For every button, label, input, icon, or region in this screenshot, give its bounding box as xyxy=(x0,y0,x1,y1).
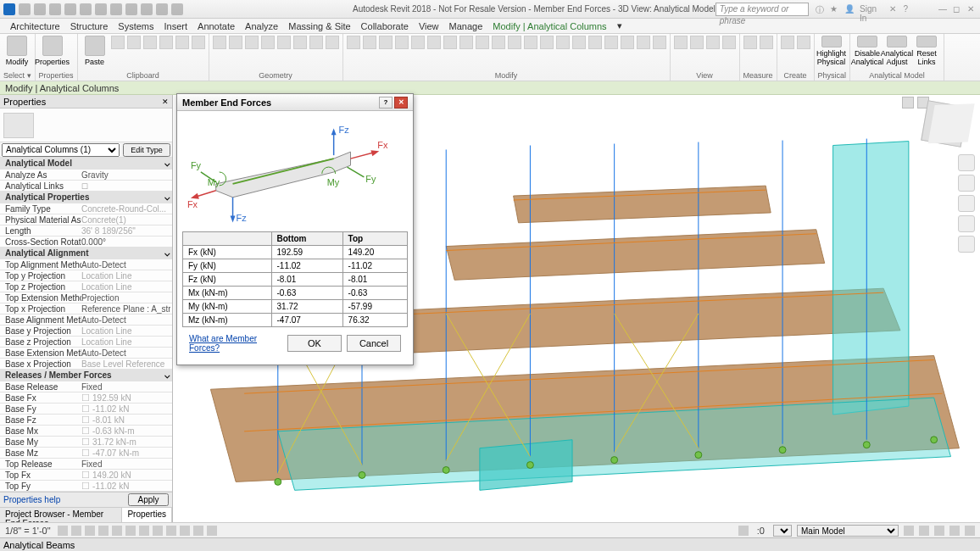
star-icon[interactable]: ★ xyxy=(830,4,839,14)
prop-row[interactable]: Base ReleaseFixed xyxy=(0,381,172,392)
prop-row[interactable]: Top x ProjectionReference Plane : A_str xyxy=(0,303,172,314)
ribbon-tool-icon[interactable] xyxy=(111,36,125,49)
ribbon-tool-icon[interactable] xyxy=(588,36,602,49)
prop-row[interactable]: Family TypeConcrete-Round-Col... xyxy=(0,203,172,214)
revit-logo-icon[interactable] xyxy=(3,3,15,15)
ribbon-tool-icon[interactable] xyxy=(213,36,226,49)
prop-row[interactable]: Top Fx☐ 149.20 kN xyxy=(0,470,172,481)
prop-row[interactable]: Physical Material AssetConcrete(1) xyxy=(0,214,172,225)
help-search-input[interactable]: Type a keyword or phrase xyxy=(716,3,809,16)
window-minimize[interactable]: — xyxy=(938,4,948,14)
ribbon-tool-icon[interactable] xyxy=(192,36,205,49)
ribbon-tool-icon[interactable] xyxy=(722,36,736,49)
prop-value[interactable]: Concrete(1) xyxy=(81,215,170,225)
ribbon-tool-icon[interactable] xyxy=(347,36,360,49)
prop-value[interactable]: Location Line xyxy=(81,337,170,347)
exchange-icon[interactable]: ✕ xyxy=(889,4,899,14)
ribbon-tool-icon[interactable] xyxy=(690,36,704,49)
vc-shadow-icon[interactable] xyxy=(98,526,109,536)
prop-row[interactable]: Top Alignment MethodAuto-Detect xyxy=(0,259,172,270)
prop-section-header[interactable]: Releases / Member Forces⌵ xyxy=(0,370,172,381)
vc-crop2-icon[interactable] xyxy=(139,526,149,536)
tab-annotate[interactable]: Annotate xyxy=(198,21,235,31)
tab-project-browser[interactable]: Project Browser - Member End Forces xyxy=(0,508,122,522)
sb-select-icon[interactable] xyxy=(738,526,749,536)
dialog-help-button[interactable]: ? xyxy=(379,97,393,109)
dialog-close-button[interactable]: ✕ xyxy=(394,97,408,109)
prop-row[interactable]: Top Extension MethodProjection xyxy=(0,292,172,303)
qat-sync-icon[interactable] xyxy=(95,3,107,15)
dialog-titlebar[interactable]: Member End Forces ? ✕ xyxy=(177,94,413,111)
window-maximize[interactable]: ◻ xyxy=(953,4,962,14)
vc-detail-icon[interactable] xyxy=(58,526,68,536)
tab-view[interactable]: View xyxy=(419,21,439,31)
member-forces-help-link[interactable]: What are Member Forces? xyxy=(189,334,279,353)
qat-tile-icon[interactable] xyxy=(171,3,183,15)
collapse-icon[interactable]: ⌵ xyxy=(164,158,170,169)
prop-value[interactable]: ☐ 149.20 kN xyxy=(81,470,170,481)
worksets-dropdown[interactable] xyxy=(773,525,792,537)
edit-type-button[interactable]: Edit Type xyxy=(123,143,170,157)
prop-section-header[interactable]: Analytical Alignment⌵ xyxy=(0,248,172,259)
prop-value[interactable]: ☐ 31.72 kN-m xyxy=(81,437,170,448)
prop-value[interactable]: ☐ -8.01 kN xyxy=(81,415,170,426)
qat-print-icon[interactable] xyxy=(80,3,92,15)
qat-open-icon[interactable] xyxy=(19,3,31,15)
ribbon-tool-icon[interactable] xyxy=(524,36,537,49)
ribbon-tool-icon[interactable] xyxy=(604,36,618,49)
vc-reveal-icon[interactable] xyxy=(166,526,176,536)
signin-label[interactable]: Sign In xyxy=(860,4,884,14)
prop-row[interactable]: Base x ProjectionBase Level Reference xyxy=(0,359,172,370)
tab-manage[interactable]: Manage xyxy=(449,21,483,31)
force-cell[interactable]: -8.01 xyxy=(271,273,342,287)
tab-dropdown-icon[interactable]: ▾ xyxy=(617,20,622,31)
force-cell[interactable]: -0.63 xyxy=(342,287,407,300)
force-cell[interactable]: -11.02 xyxy=(271,259,342,273)
prop-row[interactable]: Top z ProjectionLocation Line xyxy=(0,281,172,292)
tab-massing[interactable]: Massing & Site xyxy=(288,21,350,31)
vc-style-icon[interactable] xyxy=(71,526,81,536)
qat-switch-icon[interactable] xyxy=(141,3,153,15)
view-scale[interactable]: 1/8" = 1'-0" xyxy=(5,526,51,536)
force-cell[interactable]: -57.99 xyxy=(342,300,407,314)
prop-row[interactable]: Top ReleaseFixed xyxy=(0,459,172,470)
ribbon-tool-icon[interactable] xyxy=(508,36,521,49)
vc-sun-icon[interactable] xyxy=(85,526,95,536)
prop-value[interactable]: Concrete-Round-Col... xyxy=(81,204,170,214)
sb-face-icon[interactable] xyxy=(949,526,960,536)
prop-row[interactable]: Base Fx☐ 192.59 kN xyxy=(0,392,172,404)
ribbon-tool-icon[interactable] xyxy=(245,36,259,49)
nav-zoom-icon[interactable] xyxy=(958,195,975,212)
vc-analyt-icon[interactable] xyxy=(193,526,203,536)
ribbon-tool-icon[interactable] xyxy=(459,36,473,49)
prop-row[interactable]: Base Extension MethodAuto-Detect xyxy=(0,348,172,359)
highlight-physical-icon[interactable]: Highlight Physical xyxy=(818,36,845,66)
qat-measure-icon[interactable] xyxy=(110,3,122,15)
sb-filter-icon[interactable] xyxy=(965,526,975,536)
prop-value[interactable]: Projection xyxy=(81,293,170,303)
ribbon-tool-icon[interactable] xyxy=(175,36,189,49)
force-cell[interactable]: -0.63 xyxy=(271,287,342,300)
infocenter-icon[interactable]: ⓘ xyxy=(816,4,825,14)
ribbon-tool-icon[interactable] xyxy=(781,36,794,49)
ribbon-tool-icon[interactable] xyxy=(395,36,409,49)
force-cell[interactable]: -47.07 xyxy=(271,314,342,327)
prop-value[interactable]: ☐ -47.07 kN-m xyxy=(81,448,170,459)
ribbon-tool-icon[interactable] xyxy=(621,36,634,49)
prop-value[interactable]: ☐ -0.63 kN-m xyxy=(81,426,170,437)
prop-value[interactable]: Auto-Detect xyxy=(81,260,170,270)
properties-close-icon[interactable]: ✕ xyxy=(162,97,169,106)
nav-wheel-icon[interactable] xyxy=(958,154,975,171)
ribbon-tool-icon[interactable] xyxy=(326,36,339,49)
ok-button[interactable]: OK xyxy=(287,335,342,352)
nav-pan-icon[interactable] xyxy=(958,175,975,192)
ribbon-tool-icon[interactable] xyxy=(143,36,157,49)
force-cell[interactable]: 31.72 xyxy=(271,300,342,314)
ribbon-tool-icon[interactable] xyxy=(540,36,554,49)
help-icon[interactable]: ? xyxy=(904,4,913,14)
prop-value[interactable]: Location Line xyxy=(81,271,170,281)
force-cell[interactable]: 149.20 xyxy=(342,246,407,259)
prop-value[interactable]: Fixed xyxy=(81,459,170,469)
disable-analytical-icon[interactable]: Disable Analytical xyxy=(854,36,881,66)
prop-value[interactable]: Auto-Detect xyxy=(81,348,170,358)
